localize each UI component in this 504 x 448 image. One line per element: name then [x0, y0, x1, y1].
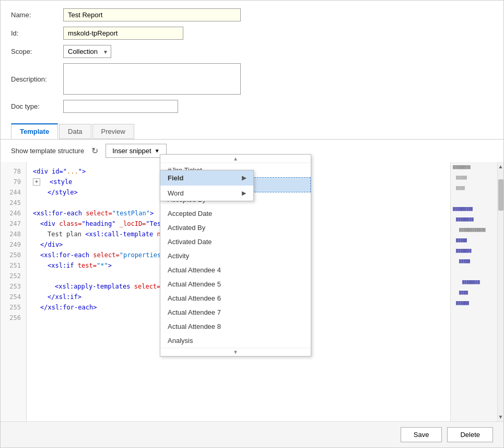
footer-row: Save Delete [1, 421, 503, 447]
code-text-254: </xsl:if> [48, 292, 81, 302]
code-text-249: </div> [40, 239, 63, 250]
main-container: Name: Id: Scope: Collection Project Glob… [0, 0, 504, 448]
scope-label: Scope: [11, 48, 63, 55]
mini-line-1: ▓▓▓▓▓▓▓▓ [451, 162, 497, 173]
mini-line-13: ▓▓▓▓ [451, 288, 497, 298]
mini-line-9: ▓▓▓▓▓▓▓ [451, 246, 497, 256]
doctype-input[interactable] [63, 100, 178, 113]
code-text-244: </style> [48, 187, 78, 198]
mini-line-11 [451, 267, 497, 277]
refresh-button[interactable]: ↻ [89, 145, 100, 157]
line-num-249: 249 [1, 239, 26, 250]
mini-line-6: ▓▓▓▓▓▓▓▓ [451, 214, 497, 225]
insert-snippet-label: Inser snippet [112, 147, 151, 155]
name-label: Name: [11, 11, 63, 19]
id-row: Id: [11, 27, 493, 40]
code-text-78: <div id="..."> [33, 166, 86, 177]
description-input[interactable] [63, 63, 241, 95]
field-item-analysis[interactable]: Analysis [160, 334, 311, 348]
scope-row: Scope: Collection Project Global [11, 45, 493, 58]
line-numbers: 78 79 244 245 246 247 248 249 250 251 25… [1, 162, 27, 421]
field-item-activated-by[interactable]: Activated By [160, 221, 311, 235]
tabs-row: Template Data Preview [1, 123, 503, 140]
form-area: Name: Id: Scope: Collection Project Glob… [1, 1, 503, 123]
mini-line-8: ▓▓▓▓▓ [451, 235, 497, 246]
field-item-activated-date[interactable]: Activated Date [160, 235, 311, 249]
line-num-256: 256 [1, 313, 26, 323]
id-label: Id: [11, 29, 63, 37]
field-item-actual-attendee-6[interactable]: Actual Attendee 6 [160, 291, 311, 305]
mini-line-10: ▓▓▓▓▓ [451, 256, 497, 267]
save-button[interactable]: Save [401, 427, 442, 442]
id-input[interactable] [63, 27, 183, 40]
name-row: Name: [11, 8, 493, 21]
line-num-245: 245 [1, 198, 26, 208]
field-item-actual-attendee-4[interactable]: Actual Attendee 4 [160, 263, 311, 277]
tab-template[interactable]: Template [11, 123, 58, 139]
name-input[interactable] [63, 8, 241, 21]
line-num-248: 248 [1, 229, 26, 239]
line-num-246: 246 [1, 208, 26, 219]
snippet-dropdown: Field ▶ Word ▶ [160, 170, 254, 201]
mini-line-2: ▓▓▓▓▓ [451, 173, 497, 183]
description-label: Description: [11, 75, 63, 83]
code-text-251: <xsl:if test="*"> [48, 260, 112, 271]
line-num-255: 255 [1, 302, 26, 313]
mini-preview: ▓▓▓▓▓▓▓▓ ▓▓▓▓▓ ▓▓▓▓ ▓▓▓▓▓▓▓▓▓ ▓▓▓▓▓▓▓▓ ▓… [450, 162, 497, 421]
snippet-word-arrow-icon: ▶ [242, 190, 246, 197]
line-num-252: 252 [1, 271, 26, 281]
code-text-246: <xsl:for-each select="testPlan"> [33, 208, 154, 219]
field-item-actual-attendee-5[interactable]: Actual Attendee 5 [160, 277, 311, 291]
code-text-79: <style [50, 177, 72, 187]
line-num-251: 251 [1, 260, 26, 271]
snippet-field-arrow-icon: ▶ [242, 175, 246, 181]
field-item-accepted-date[interactable]: Accepted Date [160, 206, 311, 221]
scroll-down-arrow[interactable]: ▼ [160, 348, 311, 356]
field-item-activity[interactable]: Activity [160, 249, 311, 263]
scrollbar-thumb[interactable] [498, 179, 503, 211]
mini-line-14: ▓▓▓▓▓▓ [451, 298, 497, 308]
scrollbar-down-arrow[interactable]: ▼ [498, 412, 503, 421]
delete-button[interactable]: Delete [447, 427, 493, 442]
mini-line-3: ▓▓▓▓ [451, 183, 497, 193]
snippet-word-label: Word [168, 189, 184, 197]
insert-snippet-button[interactable]: Inser snippet ▼ [106, 144, 166, 158]
snippet-item-word[interactable]: Word ▶ [160, 186, 253, 201]
tab-data[interactable]: Data [59, 124, 91, 139]
mini-line-7: ▓▓▓▓▓▓▓▓▓▓▓▓ [451, 225, 497, 235]
snippet-item-field[interactable]: Field ▶ [160, 170, 253, 186]
mini-line-4 [451, 193, 497, 204]
tab-preview[interactable]: Preview [92, 124, 134, 139]
code-text-250: <xsl:for-each select="properties"> [40, 250, 169, 260]
scroll-up-arrow[interactable]: ▲ [160, 155, 311, 163]
line-num-253: 253 [1, 281, 26, 292]
scope-wrapper: Collection Project Global [63, 45, 111, 58]
description-row: Description: [11, 63, 493, 95]
field-item-actual-attendee-8[interactable]: Actual Attendee 8 [160, 319, 311, 334]
line-num-244: 244 [1, 187, 26, 198]
doctype-label: Doc type: [11, 102, 63, 110]
scope-select[interactable]: Collection Project Global [63, 45, 111, 58]
field-item-actual-attendee-7[interactable]: Actual Attendee 7 [160, 305, 311, 319]
scrollbar-up-arrow[interactable]: ▲ [498, 162, 503, 171]
line-num-247: 247 [1, 219, 26, 229]
line-num-250: 250 [1, 250, 26, 260]
line-num-78: 78 [1, 166, 26, 177]
vertical-scrollbar[interactable]: ▲ ▼ [497, 162, 503, 421]
snippet-field-label: Field [168, 174, 183, 182]
mini-line-12: ▓▓▓▓▓▓▓▓ [451, 277, 497, 288]
show-template-label: Show template structure [11, 147, 84, 155]
mini-line-5: ▓▓▓▓▓▓▓▓▓ [451, 204, 497, 214]
expand-button-79[interactable]: + [33, 178, 40, 186]
insert-snippet-arrow-icon: ▼ [155, 148, 160, 154]
line-num-79: 79 [1, 177, 26, 187]
line-num-254: 254 [1, 292, 26, 302]
toolbar-row: Show template structure ↻ Inser snippet … [1, 140, 503, 162]
code-text-255: </xsl:for-each> [40, 302, 97, 313]
doctype-row: Doc type: [11, 100, 493, 113]
